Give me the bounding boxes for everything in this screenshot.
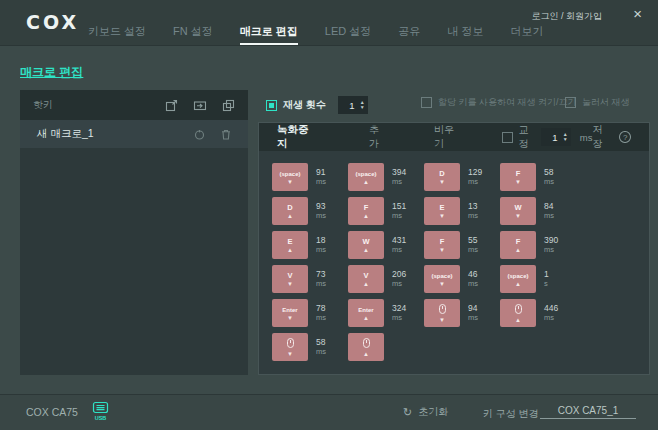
macro-step[interactable]: V ▲ 206 ms <box>348 262 424 296</box>
step-time-unit: ms <box>392 178 406 186</box>
macro-step[interactable]: W ▲ 431 ms <box>348 228 424 262</box>
assign-key-toggle-checkbox[interactable] <box>421 97 432 108</box>
step-time-unit: ms <box>544 314 558 322</box>
repeat-count-checkbox[interactable] <box>266 100 277 111</box>
step-time-unit: ms <box>316 348 326 356</box>
macro-key-button[interactable]: E ▼ <box>424 197 460 225</box>
macro-key-button[interactable]: E ▲ <box>272 231 308 259</box>
macro-step[interactable]: (space) ▲ 1 s <box>500 262 576 296</box>
macro-step[interactable]: W ▼ 84 ms <box>500 194 576 228</box>
macro-step[interactable]: E ▲ 18 ms <box>272 228 348 262</box>
save-macro-button[interactable]: 저장 <box>592 123 611 151</box>
fix-delay-stepper[interactable]: 1 ▲▼ <box>541 128 571 146</box>
assign-key-toggle-label: 할당 키를 사용하여 재생 켜기/끄기 <box>438 96 577 109</box>
stop-record-button[interactable]: 녹화중지 <box>277 123 317 151</box>
macro-key-button[interactable]: V ▲ <box>348 265 384 293</box>
tab-FN-설정[interactable]: FN 설정 <box>173 24 213 45</box>
repeat-count-group: 재생 횟수 1 ▲▼ <box>266 96 368 114</box>
tab-LED-설정[interactable]: LED 설정 <box>325 24 371 45</box>
macro-key-button[interactable]: (space) ▼ <box>272 163 308 191</box>
step-time-unit: ms <box>468 212 478 220</box>
macro-key-button[interactable]: D ▼ <box>424 163 460 191</box>
step-time-value: 84 <box>544 202 554 211</box>
import-macro-icon[interactable] <box>193 99 207 112</box>
fix-delay-label: 교정 <box>518 123 533 151</box>
key-direction-arrow: ▲ <box>287 213 293 219</box>
macro-key-button[interactable]: W ▲ <box>348 231 384 259</box>
key-config-value-input[interactable]: COX CA75_1 <box>540 405 636 419</box>
repeat-count-stepper[interactable]: 1 ▲▼ <box>338 96 368 114</box>
step-delay: 58 ms <box>316 338 326 356</box>
step-delay: 151 ms <box>392 202 406 220</box>
tab-내-정보[interactable]: 내 정보 <box>447 24 483 45</box>
tab-키보드-설정[interactable]: 키보드 설정 <box>88 24 146 45</box>
macro-key-button[interactable]: ▲ <box>500 299 536 327</box>
macro-key-button[interactable]: Enter ▼ <box>272 299 308 327</box>
macro-step[interactable]: ▼ 94 ms <box>424 296 500 330</box>
assign-hotkey-icon[interactable] <box>194 129 205 140</box>
macro-key-button[interactable]: F ▼ <box>500 163 536 191</box>
press-to-play-checkbox[interactable] <box>565 97 576 108</box>
macro-key-button[interactable]: W ▼ <box>500 197 536 225</box>
macro-step[interactable]: ▼ 58 ms <box>272 330 348 364</box>
macro-step[interactable]: V ▼ 73 ms <box>272 262 348 296</box>
delete-macro-icon[interactable] <box>221 129 231 140</box>
login-signup-link[interactable]: 로그인 / 회원가입 <box>531 10 602 23</box>
copy-macro-icon[interactable] <box>222 99 235 112</box>
macro-step[interactable]: (space) ▼ 46 ms <box>424 262 500 296</box>
macro-step[interactable]: D ▼ 129 ms <box>424 160 500 194</box>
macro-list-item[interactable]: 새 매크로_1 <box>20 120 248 148</box>
step-delay: 55 ms <box>468 236 478 254</box>
macro-key-button[interactable]: V ▼ <box>272 265 308 293</box>
macro-step[interactable]: ▲ 446 ms <box>500 296 576 330</box>
macro-step[interactable]: (space) ▲ 394 ms <box>348 160 424 194</box>
cox-logo: COX <box>26 11 79 33</box>
fix-delay-checkbox[interactable] <box>502 132 513 143</box>
macro-key-button[interactable]: Enter ▲ <box>348 299 384 327</box>
macro-step[interactable]: (space) ▼ 91 ms <box>272 160 348 194</box>
help-icon[interactable]: ? <box>619 131 631 143</box>
stepper-arrows-icon[interactable]: ▲▼ <box>360 100 365 110</box>
macro-key-button[interactable]: F ▲ <box>348 197 384 225</box>
repeat-count-value: 1 <box>344 100 360 111</box>
key-label <box>287 338 294 350</box>
macro-step[interactable]: E ▼ 13 ms <box>424 194 500 228</box>
reset-button[interactable]: ↻ 초기화 <box>403 405 448 419</box>
reset-label: 초기화 <box>418 405 448 419</box>
macro-step[interactable]: ▲ <box>348 330 424 364</box>
tab-매크로-편집[interactable]: 매크로 편집 <box>240 24 298 45</box>
key-direction-arrow: ▼ <box>287 315 293 321</box>
step-time-unit: ms <box>544 246 558 254</box>
step-delay: 446 ms <box>544 304 558 322</box>
tab-더보기[interactable]: 더보기 <box>510 24 543 45</box>
macro-key-button[interactable]: ▼ <box>272 333 308 361</box>
key-label: V <box>363 272 368 280</box>
add-step-button[interactable]: 추가 <box>369 123 388 151</box>
macro-step[interactable]: Enter ▲ 324 ms <box>348 296 424 330</box>
macro-step[interactable]: F ▼ 55 ms <box>424 228 500 262</box>
macro-step[interactable]: F ▼ 58 ms <box>500 160 576 194</box>
step-time-unit: ms <box>468 314 478 322</box>
macro-key-button[interactable]: D ▲ <box>272 197 308 225</box>
new-macro-icon[interactable] <box>165 99 178 112</box>
step-delay: 13 ms <box>468 202 478 220</box>
key-direction-arrow: ▲ <box>287 247 293 253</box>
key-label <box>439 304 446 316</box>
tab-공유[interactable]: 공유 <box>398 24 420 45</box>
stepper-arrows-icon[interactable]: ▲▼ <box>563 132 568 142</box>
macro-key-button[interactable]: (space) ▲ <box>348 163 384 191</box>
macro-key-button[interactable]: ▲ <box>348 333 384 361</box>
macro-key-button[interactable]: (space) ▲ <box>500 265 536 293</box>
clear-steps-button[interactable]: 비우기 <box>434 123 463 151</box>
macro-step[interactable]: F ▲ 151 ms <box>348 194 424 228</box>
macro-step[interactable]: D ▲ 93 ms <box>272 194 348 228</box>
macro-key-button[interactable]: F ▼ <box>424 231 460 259</box>
status-bar: COX CA75 USB ↻ 초기화 키 구성 변경 COX CA75_1 <box>0 394 658 430</box>
macro-key-button[interactable]: (space) ▼ <box>424 265 460 293</box>
macro-step[interactable]: F ▲ 390 ms <box>500 228 576 262</box>
macro-step[interactable]: Enter ▼ 78 ms <box>272 296 348 330</box>
macro-key-button[interactable]: F ▲ <box>500 231 536 259</box>
macro-key-button[interactable]: ▼ <box>424 299 460 327</box>
close-icon[interactable]: × <box>633 6 642 21</box>
step-delay: 73 ms <box>316 270 326 288</box>
